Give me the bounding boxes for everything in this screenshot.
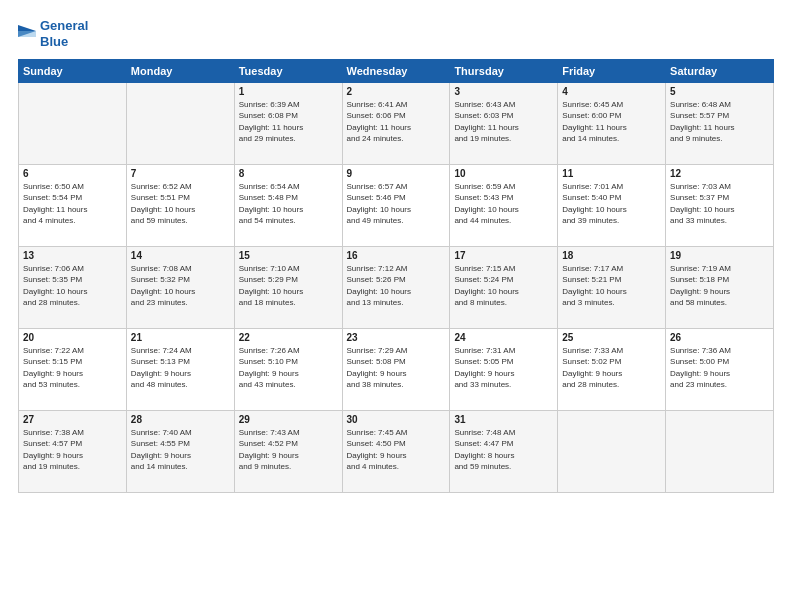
calendar-week-3: 13Sunrise: 7:06 AM Sunset: 5:35 PM Dayli…	[19, 247, 774, 329]
calendar-cell: 31Sunrise: 7:48 AM Sunset: 4:47 PM Dayli…	[450, 411, 558, 493]
calendar-cell: 3Sunrise: 6:43 AM Sunset: 6:03 PM Daylig…	[450, 83, 558, 165]
calendar-cell	[19, 83, 127, 165]
calendar-week-2: 6Sunrise: 6:50 AM Sunset: 5:54 PM Daylig…	[19, 165, 774, 247]
day-number: 17	[454, 250, 553, 261]
calendar-cell: 1Sunrise: 6:39 AM Sunset: 6:08 PM Daylig…	[234, 83, 342, 165]
calendar-cell: 8Sunrise: 6:54 AM Sunset: 5:48 PM Daylig…	[234, 165, 342, 247]
day-number: 31	[454, 414, 553, 425]
logo-text: GeneralBlue	[40, 18, 88, 49]
day-number: 10	[454, 168, 553, 179]
calendar-cell	[126, 83, 234, 165]
day-number: 9	[347, 168, 446, 179]
day-detail: Sunrise: 7:48 AM Sunset: 4:47 PM Dayligh…	[454, 427, 553, 472]
calendar-cell: 17Sunrise: 7:15 AM Sunset: 5:24 PM Dayli…	[450, 247, 558, 329]
day-detail: Sunrise: 7:12 AM Sunset: 5:26 PM Dayligh…	[347, 263, 446, 308]
day-number: 1	[239, 86, 338, 97]
calendar-cell: 4Sunrise: 6:45 AM Sunset: 6:00 PM Daylig…	[558, 83, 666, 165]
day-detail: Sunrise: 6:50 AM Sunset: 5:54 PM Dayligh…	[23, 181, 122, 226]
day-detail: Sunrise: 7:31 AM Sunset: 5:05 PM Dayligh…	[454, 345, 553, 390]
day-number: 18	[562, 250, 661, 261]
day-detail: Sunrise: 6:43 AM Sunset: 6:03 PM Dayligh…	[454, 99, 553, 144]
dow-header-saturday: Saturday	[666, 60, 774, 83]
day-number: 13	[23, 250, 122, 261]
calendar-table: SundayMondayTuesdayWednesdayThursdayFrid…	[18, 59, 774, 493]
day-detail: Sunrise: 6:39 AM Sunset: 6:08 PM Dayligh…	[239, 99, 338, 144]
day-detail: Sunrise: 7:38 AM Sunset: 4:57 PM Dayligh…	[23, 427, 122, 472]
day-detail: Sunrise: 7:40 AM Sunset: 4:55 PM Dayligh…	[131, 427, 230, 472]
day-number: 11	[562, 168, 661, 179]
svg-marker-1	[18, 31, 36, 37]
header-row: SundayMondayTuesdayWednesdayThursdayFrid…	[19, 60, 774, 83]
day-number: 25	[562, 332, 661, 343]
calendar-week-4: 20Sunrise: 7:22 AM Sunset: 5:15 PM Dayli…	[19, 329, 774, 411]
calendar-cell: 14Sunrise: 7:08 AM Sunset: 5:32 PM Dayli…	[126, 247, 234, 329]
day-detail: Sunrise: 7:33 AM Sunset: 5:02 PM Dayligh…	[562, 345, 661, 390]
logo: GeneralBlue	[18, 18, 88, 49]
dow-header-tuesday: Tuesday	[234, 60, 342, 83]
calendar-cell: 12Sunrise: 7:03 AM Sunset: 5:37 PM Dayli…	[666, 165, 774, 247]
day-detail: Sunrise: 7:06 AM Sunset: 5:35 PM Dayligh…	[23, 263, 122, 308]
calendar-cell	[666, 411, 774, 493]
day-number: 14	[131, 250, 230, 261]
day-number: 8	[239, 168, 338, 179]
calendar-cell: 18Sunrise: 7:17 AM Sunset: 5:21 PM Dayli…	[558, 247, 666, 329]
day-detail: Sunrise: 7:01 AM Sunset: 5:40 PM Dayligh…	[562, 181, 661, 226]
day-number: 29	[239, 414, 338, 425]
calendar-cell: 5Sunrise: 6:48 AM Sunset: 5:57 PM Daylig…	[666, 83, 774, 165]
day-detail: Sunrise: 7:45 AM Sunset: 4:50 PM Dayligh…	[347, 427, 446, 472]
calendar-cell	[558, 411, 666, 493]
day-detail: Sunrise: 7:43 AM Sunset: 4:52 PM Dayligh…	[239, 427, 338, 472]
calendar-cell: 28Sunrise: 7:40 AM Sunset: 4:55 PM Dayli…	[126, 411, 234, 493]
dow-header-monday: Monday	[126, 60, 234, 83]
calendar-cell: 9Sunrise: 6:57 AM Sunset: 5:46 PM Daylig…	[342, 165, 450, 247]
calendar-cell: 15Sunrise: 7:10 AM Sunset: 5:29 PM Dayli…	[234, 247, 342, 329]
dow-header-thursday: Thursday	[450, 60, 558, 83]
calendar-cell: 7Sunrise: 6:52 AM Sunset: 5:51 PM Daylig…	[126, 165, 234, 247]
calendar-cell: 24Sunrise: 7:31 AM Sunset: 5:05 PM Dayli…	[450, 329, 558, 411]
day-detail: Sunrise: 6:59 AM Sunset: 5:43 PM Dayligh…	[454, 181, 553, 226]
day-number: 27	[23, 414, 122, 425]
calendar-cell: 23Sunrise: 7:29 AM Sunset: 5:08 PM Dayli…	[342, 329, 450, 411]
dow-header-friday: Friday	[558, 60, 666, 83]
day-detail: Sunrise: 6:41 AM Sunset: 6:06 PM Dayligh…	[347, 99, 446, 144]
calendar-cell: 21Sunrise: 7:24 AM Sunset: 5:13 PM Dayli…	[126, 329, 234, 411]
day-number: 15	[239, 250, 338, 261]
day-detail: Sunrise: 7:03 AM Sunset: 5:37 PM Dayligh…	[670, 181, 769, 226]
day-number: 7	[131, 168, 230, 179]
day-detail: Sunrise: 7:10 AM Sunset: 5:29 PM Dayligh…	[239, 263, 338, 308]
calendar-cell: 10Sunrise: 6:59 AM Sunset: 5:43 PM Dayli…	[450, 165, 558, 247]
day-number: 4	[562, 86, 661, 97]
day-detail: Sunrise: 6:45 AM Sunset: 6:00 PM Dayligh…	[562, 99, 661, 144]
calendar-cell: 16Sunrise: 7:12 AM Sunset: 5:26 PM Dayli…	[342, 247, 450, 329]
calendar-cell: 11Sunrise: 7:01 AM Sunset: 5:40 PM Dayli…	[558, 165, 666, 247]
day-number: 21	[131, 332, 230, 343]
day-detail: Sunrise: 6:57 AM Sunset: 5:46 PM Dayligh…	[347, 181, 446, 226]
day-detail: Sunrise: 7:22 AM Sunset: 5:15 PM Dayligh…	[23, 345, 122, 390]
calendar-cell: 2Sunrise: 6:41 AM Sunset: 6:06 PM Daylig…	[342, 83, 450, 165]
day-detail: Sunrise: 7:29 AM Sunset: 5:08 PM Dayligh…	[347, 345, 446, 390]
day-number: 5	[670, 86, 769, 97]
day-detail: Sunrise: 7:08 AM Sunset: 5:32 PM Dayligh…	[131, 263, 230, 308]
day-number: 22	[239, 332, 338, 343]
day-number: 2	[347, 86, 446, 97]
logo-icon	[18, 25, 36, 43]
page-header: GeneralBlue	[18, 18, 774, 49]
day-number: 26	[670, 332, 769, 343]
day-number: 3	[454, 86, 553, 97]
day-number: 19	[670, 250, 769, 261]
calendar-cell: 29Sunrise: 7:43 AM Sunset: 4:52 PM Dayli…	[234, 411, 342, 493]
day-number: 12	[670, 168, 769, 179]
day-number: 24	[454, 332, 553, 343]
day-detail: Sunrise: 7:26 AM Sunset: 5:10 PM Dayligh…	[239, 345, 338, 390]
calendar-cell: 30Sunrise: 7:45 AM Sunset: 4:50 PM Dayli…	[342, 411, 450, 493]
day-number: 28	[131, 414, 230, 425]
calendar-cell: 13Sunrise: 7:06 AM Sunset: 5:35 PM Dayli…	[19, 247, 127, 329]
day-detail: Sunrise: 7:24 AM Sunset: 5:13 PM Dayligh…	[131, 345, 230, 390]
calendar-cell: 20Sunrise: 7:22 AM Sunset: 5:15 PM Dayli…	[19, 329, 127, 411]
day-detail: Sunrise: 7:17 AM Sunset: 5:21 PM Dayligh…	[562, 263, 661, 308]
calendar-cell: 27Sunrise: 7:38 AM Sunset: 4:57 PM Dayli…	[19, 411, 127, 493]
dow-header-wednesday: Wednesday	[342, 60, 450, 83]
day-detail: Sunrise: 7:15 AM Sunset: 5:24 PM Dayligh…	[454, 263, 553, 308]
day-detail: Sunrise: 6:54 AM Sunset: 5:48 PM Dayligh…	[239, 181, 338, 226]
day-number: 16	[347, 250, 446, 261]
